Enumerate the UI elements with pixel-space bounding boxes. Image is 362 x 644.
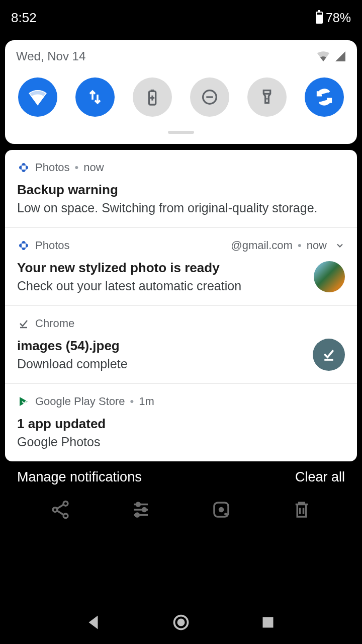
cell-signal-icon	[335, 51, 346, 61]
status-bar: 8:52 78%	[0, 0, 362, 35]
nav-home-button[interactable]	[172, 613, 190, 631]
check-icon	[321, 347, 336, 362]
notification-photos-backup[interactable]: Photos • now Backup warning Low on space…	[5, 150, 357, 227]
notification-app: Chrome	[35, 317, 74, 330]
notification-body: Low on space. Switching from original-qu…	[17, 201, 345, 215]
separator: •	[298, 239, 302, 252]
clear-all-button[interactable]: Clear all	[295, 469, 345, 485]
qs-status-icons	[317, 51, 346, 61]
qs-tile-wifi[interactable]	[18, 77, 57, 117]
qs-tile-auto-rotate[interactable]	[305, 77, 344, 117]
wifi-icon	[28, 87, 48, 107]
qs-header: Wed, Nov 14	[16, 49, 346, 63]
notification-header: Photos • now	[17, 161, 345, 174]
notification-chrome-download[interactable]: Chrome images (54).jpeg Download complet…	[5, 305, 357, 383]
status-right: 78%	[316, 11, 351, 25]
download-done-icon	[17, 317, 30, 330]
dnd-icon	[200, 87, 220, 107]
battery-percent: 78%	[326, 11, 351, 25]
tune-icon[interactable]	[130, 499, 151, 520]
nav-back-button[interactable]	[85, 613, 103, 631]
qs-tile-dnd[interactable]	[190, 77, 229, 117]
notification-title: 1 app updated	[17, 416, 345, 432]
svg-point-11	[224, 513, 227, 515]
notification-title: Your new stylized photo is ready	[17, 260, 241, 276]
qs-drag-handle[interactable]	[168, 131, 194, 134]
notification-footer: Manage notifications Clear all	[0, 461, 362, 493]
notification-list: Photos • now Backup warning Low on space…	[5, 150, 357, 461]
battery-icon	[316, 12, 323, 24]
auto-rotate-icon	[314, 87, 334, 107]
qs-tile-flashlight[interactable]	[247, 77, 287, 117]
svg-point-6	[136, 503, 140, 506]
notification-title: Backup warning	[17, 182, 345, 198]
manage-notifications-button[interactable]: Manage notifications	[17, 469, 142, 485]
notification-body: Google Photos	[17, 435, 345, 449]
notification-header: Photos @gmail.com • now	[17, 239, 345, 252]
qs-date: Wed, Nov 14	[16, 49, 85, 63]
download-complete-badge[interactable]	[313, 339, 345, 371]
svg-point-2	[266, 98, 267, 100]
notification-photos-stylized[interactable]: Photos @gmail.com • now Your new stylize…	[5, 227, 357, 305]
photos-icon	[17, 161, 30, 174]
qs-tile-mobile-data[interactable]	[75, 77, 115, 117]
photos-icon	[17, 239, 30, 252]
svg-point-10	[219, 507, 224, 513]
nav-recents-button[interactable]	[259, 613, 277, 631]
separator: •	[75, 161, 79, 174]
notification-title: images (54).jpeg	[17, 338, 128, 354]
notification-body: Check out your latest automatic creation	[17, 279, 241, 293]
qs-tiles	[16, 77, 346, 117]
share-icon[interactable]	[50, 499, 71, 520]
notification-header: Google Play Store • 1m	[17, 395, 345, 408]
trash-icon[interactable]	[291, 499, 312, 520]
svg-point-13	[177, 619, 185, 626]
notification-play-update[interactable]: Google Play Store • 1m 1 app updated Goo…	[5, 383, 357, 461]
separator: •	[130, 395, 134, 408]
notification-time: now	[83, 161, 104, 174]
lens-icon[interactable]	[211, 499, 232, 520]
qs-tile-battery-saver[interactable]	[133, 77, 172, 117]
notification-app: Google Play Store	[35, 395, 125, 408]
svg-point-7	[143, 508, 146, 512]
battery-saver-icon	[142, 87, 162, 107]
status-time: 8:52	[11, 10, 37, 26]
wifi-signal-icon	[317, 51, 330, 61]
quick-settings-panel: Wed, Nov 14	[5, 40, 357, 144]
notification-body: Download complete	[17, 357, 128, 371]
navigation-bar	[0, 601, 362, 644]
mobile-data-icon	[85, 87, 105, 107]
notification-thumbnail[interactable]	[314, 261, 345, 292]
notification-time: now	[307, 239, 327, 252]
svg-rect-14	[263, 617, 274, 628]
flashlight-icon	[257, 87, 277, 107]
notification-account: @gmail.com	[231, 239, 293, 252]
notification-time: 1m	[139, 395, 154, 408]
background-toolbar	[0, 493, 362, 523]
notification-app: Photos	[35, 239, 70, 252]
svg-point-8	[136, 513, 139, 517]
notification-app: Photos	[35, 161, 70, 174]
notification-header: Chrome	[17, 317, 345, 330]
play-store-icon	[17, 395, 30, 408]
chevron-down-icon[interactable]	[335, 240, 345, 251]
